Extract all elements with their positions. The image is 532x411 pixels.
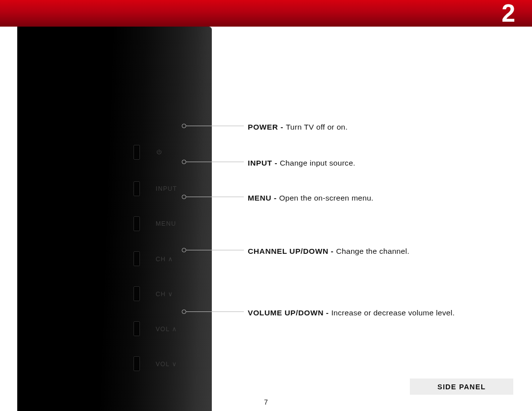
menu-desc-text: Open the on-screen menu. xyxy=(279,194,374,202)
leader-line xyxy=(186,162,244,162)
power-button-row xyxy=(133,145,163,160)
volume-desc-text: Increase or decrease volume level. xyxy=(332,308,455,317)
header-band: 2 xyxy=(0,0,532,27)
leader-line xyxy=(186,197,244,197)
leader-line xyxy=(186,250,244,250)
chapter-number: 2 xyxy=(501,0,515,27)
menu-button-row: MENU xyxy=(133,216,176,231)
input-button-slot xyxy=(133,181,140,196)
input-desc-title: INPUT - xyxy=(248,159,280,167)
input-desc-text: Change input source. xyxy=(280,159,355,167)
leader-dot xyxy=(182,160,186,164)
power-desc-text: Turn TV off or on. xyxy=(286,123,348,131)
volume-down-button-row: VOL ∨ xyxy=(133,356,177,371)
channel-up-button-label: CH ∧ xyxy=(156,255,173,263)
leader-dot xyxy=(182,309,186,314)
volume-down-button-slot xyxy=(133,356,140,371)
tv-side-panel-illustration: INPUT MENU CH ∧ CH ∨ VOL ∧ VOL ∨ xyxy=(17,27,212,411)
power-desc-title: POWER - xyxy=(248,123,286,131)
leader-line xyxy=(186,126,244,126)
volume-description: VOLUME UP/DOWN - Increase or decrease vo… xyxy=(248,308,455,317)
channel-up-button-slot xyxy=(133,251,140,266)
volume-up-button-slot xyxy=(133,321,140,336)
side-panel-tab: SIDE PANEL xyxy=(410,378,513,395)
leader-dot xyxy=(182,195,186,199)
channel-desc-title: CHANNEL UP/DOWN - xyxy=(248,247,336,255)
volume-up-button-row: VOL ∧ xyxy=(133,321,177,336)
leader-dot xyxy=(182,124,186,128)
power-icon xyxy=(156,149,163,156)
input-button-label: INPUT xyxy=(156,185,177,192)
input-description: INPUT - Change input source. xyxy=(248,159,355,168)
power-button-slot xyxy=(133,145,140,160)
volume-desc-title: VOLUME UP/DOWN - xyxy=(248,308,332,317)
channel-description: CHANNEL UP/DOWN - Change the channel. xyxy=(248,247,409,256)
power-description: POWER - Turn TV off or on. xyxy=(248,123,348,132)
menu-description: MENU - Open the on-screen menu. xyxy=(248,194,373,203)
menu-button-slot xyxy=(133,216,140,231)
volume-up-button-label: VOL ∧ xyxy=(156,325,177,333)
menu-button-label: MENU xyxy=(156,220,176,227)
channel-up-button-row: CH ∧ xyxy=(133,251,173,266)
channel-desc-text: Change the channel. xyxy=(336,247,409,255)
menu-desc-title: MENU - xyxy=(248,194,279,202)
channel-down-button-slot xyxy=(133,286,140,301)
manual-page: 2 INPUT MENU CH ∧ CH ∨ xyxy=(0,0,532,411)
channel-down-button-row: CH ∨ xyxy=(133,286,173,301)
page-number: 7 xyxy=(0,398,532,406)
leader-dot xyxy=(182,248,186,252)
leader-line xyxy=(186,311,244,312)
volume-down-button-label: VOL ∨ xyxy=(156,360,177,368)
input-button-row: INPUT xyxy=(133,181,177,196)
channel-down-button-label: CH ∨ xyxy=(156,290,173,298)
